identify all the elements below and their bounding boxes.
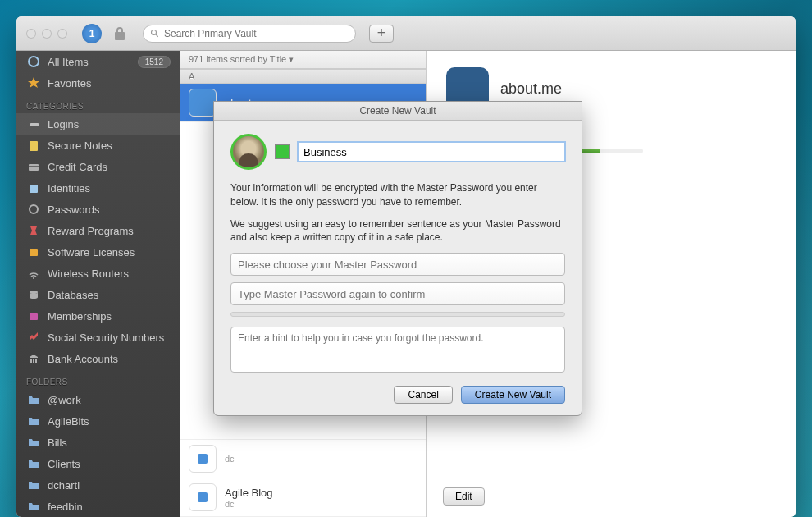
- svg-point-0: [152, 30, 157, 34]
- folder-icon: [26, 499, 41, 514]
- folder-icon: [26, 456, 41, 471]
- dialog-text: Your information will be encrypted with …: [230, 181, 565, 209]
- section-letter: A: [180, 69, 426, 84]
- sidebar-folder-bills[interactable]: Bills: [16, 432, 180, 453]
- sidebar-label: Memberships: [48, 310, 171, 323]
- sidebar-item-logins[interactable]: Logins: [16, 113, 180, 135]
- create-vault-button[interactable]: Create New Vault: [461, 386, 565, 404]
- sidebar-label: Social Security Numbers: [48, 332, 171, 344]
- close-dot[interactable]: [26, 29, 36, 39]
- sidebar-label: Favorites: [48, 77, 171, 89]
- add-button[interactable]: +: [369, 25, 394, 43]
- search-icon: [150, 29, 160, 39]
- svg-rect-12: [30, 313, 38, 320]
- vault-name-input[interactable]: [298, 142, 565, 162]
- item-sub: dc: [225, 454, 417, 464]
- cancel-button[interactable]: Cancel: [394, 386, 452, 404]
- pw-icon: [26, 202, 41, 217]
- confirm-password-input[interactable]: [230, 282, 565, 305]
- list-sort-header[interactable]: 971 items sorted by Title ▾: [180, 51, 426, 69]
- sidebar-item-databases[interactable]: Databases: [16, 284, 180, 305]
- license-icon: [26, 245, 41, 259]
- sidebar-label: Wireless Routers: [48, 268, 171, 280]
- sidebar-folder-clients[interactable]: Clients: [16, 453, 180, 474]
- card-icon: [26, 159, 41, 174]
- sidebar-item-memberships[interactable]: Memberships: [16, 305, 180, 327]
- password-hint-input[interactable]: [230, 327, 565, 373]
- sidebar-item-passwords[interactable]: Passwords: [16, 199, 180, 220]
- sidebar-folder-agilebits[interactable]: AgileBits: [16, 410, 180, 432]
- id-icon: [26, 181, 41, 195]
- edit-button[interactable]: Edit: [443, 487, 485, 506]
- vault-color-picker[interactable]: [275, 144, 290, 159]
- sidebar-label: Credit Cards: [48, 161, 171, 173]
- search-input[interactable]: [164, 28, 349, 39]
- vault-avatar[interactable]: [230, 134, 267, 170]
- detail-title: about.me: [500, 80, 562, 98]
- list-item[interactable]: Agile Blog dc: [180, 478, 426, 517]
- sidebar-folder-feedbin[interactable]: feedbin: [16, 496, 180, 517]
- app-icon: 1: [82, 24, 102, 43]
- svg-point-10: [33, 277, 34, 279]
- svg-rect-3: [30, 123, 39, 126]
- sidebar-label: Passwords: [48, 204, 171, 216]
- list-item[interactable]: dc: [180, 439, 426, 478]
- sidebar: All Items 1512 Favorites CATEGORIES Logi…: [16, 51, 180, 517]
- sidebar-item-wireless-routers[interactable]: Wireless Routers: [16, 263, 180, 284]
- sidebar-item-software-licenses[interactable]: Software Licenses: [16, 241, 180, 263]
- sidebar-label: Clients: [48, 458, 171, 470]
- sidebar-item-reward-programs[interactable]: Reward Programs: [16, 220, 180, 241]
- folder-icon: [26, 414, 41, 428]
- sidebar-item-favorites[interactable]: Favorites: [16, 72, 180, 94]
- sidebar-item-social-security-numbers[interactable]: Social Security Numbers: [16, 327, 180, 348]
- sidebar-label: feedbin: [48, 501, 171, 513]
- search-box[interactable]: [143, 25, 356, 43]
- ssn-icon: [26, 330, 41, 345]
- sidebar-label: Identities: [48, 182, 171, 194]
- lock-icon[interactable]: [113, 26, 126, 41]
- folder-icon: [26, 478, 41, 492]
- sidebar-item-identities[interactable]: Identities: [16, 177, 180, 199]
- item-sub: dc: [225, 499, 417, 509]
- wifi-icon: [26, 266, 41, 281]
- sidebar-label: Secure Notes: [48, 140, 171, 152]
- item-title: Agile Blog: [225, 487, 417, 499]
- star-icon: [26, 75, 41, 90]
- svg-rect-9: [30, 249, 38, 256]
- key-icon: [26, 117, 41, 131]
- svg-point-8: [30, 205, 38, 213]
- svg-rect-7: [30, 185, 38, 193]
- create-vault-dialog: Create New Vault Your information will b…: [213, 101, 582, 416]
- folders-header: FOLDERS: [16, 369, 180, 389]
- item-icon: [189, 483, 217, 511]
- folder-icon: [26, 435, 41, 450]
- password-strength-meter: [230, 312, 565, 317]
- sidebar-label: AgileBits: [48, 415, 171, 428]
- master-password-input[interactable]: [230, 253, 565, 276]
- sidebar-label: Logins: [48, 118, 171, 130]
- note-icon: [26, 138, 41, 153]
- sidebar-folder-dcharti[interactable]: dcharti: [16, 474, 180, 496]
- sidebar-item-all[interactable]: All Items 1512: [16, 51, 180, 72]
- sidebar-item-credit-cards[interactable]: Credit Cards: [16, 156, 180, 177]
- traffic-lights: [26, 29, 67, 39]
- dialog-title: Create New Vault: [214, 102, 582, 121]
- all-items-icon: [26, 54, 41, 69]
- svg-point-2: [29, 57, 39, 66]
- svg-rect-14: [198, 492, 208, 502]
- item-icon: [189, 89, 217, 117]
- count-badge: 1512: [138, 56, 171, 68]
- member-icon: [26, 309, 41, 323]
- sidebar-label: Bills: [48, 437, 171, 449]
- sidebar-item-bank-accounts[interactable]: Bank Accounts: [16, 348, 180, 369]
- db-icon: [26, 287, 41, 302]
- sidebar-folder--work[interactable]: @work: [16, 389, 180, 410]
- app-window: 1 + All Items 1512 Favorites CATEGORIES …: [16, 16, 796, 517]
- sidebar-label: Reward Programs: [48, 225, 171, 237]
- svg-point-11: [30, 291, 38, 294]
- sidebar-item-secure-notes[interactable]: Secure Notes: [16, 135, 180, 156]
- zoom-dot[interactable]: [57, 29, 67, 39]
- minimize-dot[interactable]: [42, 29, 52, 39]
- categories-header: CATEGORIES: [16, 94, 180, 113]
- svg-line-1: [156, 34, 158, 36]
